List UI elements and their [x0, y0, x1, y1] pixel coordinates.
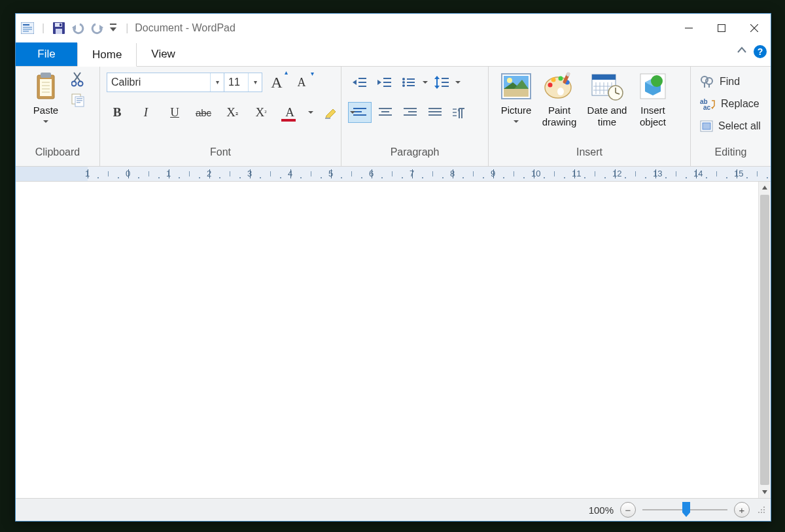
tab-file[interactable]: File — [16, 42, 77, 66]
paragraph-dialog-button[interactable] — [449, 103, 471, 122]
svg-marker-33 — [326, 109, 336, 118]
collapse-ribbon-icon[interactable] — [737, 45, 747, 58]
group-paragraph: Paragraph — [341, 67, 489, 166]
app-icon — [21, 22, 34, 34]
group-insert: Picture Paint drawing Date and time — [489, 67, 691, 166]
dropdown-icon[interactable] — [455, 81, 461, 86]
tab-home[interactable]: Home — [77, 43, 137, 67]
font-size-combo[interactable]: 11 ▾ — [224, 73, 262, 92]
svg-marker-113 — [682, 512, 690, 517]
find-button[interactable]: Find — [697, 71, 742, 93]
svg-point-27 — [78, 82, 83, 86]
document-area — [16, 182, 771, 498]
svg-point-79 — [551, 78, 556, 82]
scroll-up-icon[interactable] — [759, 182, 771, 193]
svg-rect-18 — [41, 73, 51, 78]
svg-rect-19 — [40, 79, 52, 96]
underline-button[interactable]: U — [164, 103, 185, 122]
svg-point-45 — [402, 84, 405, 87]
date-time-button[interactable]: Date and time — [582, 69, 633, 128]
bullet-list-button[interactable] — [398, 73, 420, 92]
cut-icon[interactable] — [69, 71, 86, 88]
align-center-button[interactable] — [374, 103, 396, 122]
insert-object-button[interactable]: Insert object — [633, 69, 673, 128]
svg-rect-14 — [718, 25, 725, 32]
tab-view[interactable]: View — [137, 42, 190, 66]
group-label: Font — [107, 146, 334, 166]
save-icon[interactable] — [52, 22, 65, 35]
scrollbar-thumb[interactable] — [760, 195, 769, 485]
dropdown-icon[interactable] — [423, 81, 428, 86]
vertical-scrollbar[interactable] — [758, 182, 771, 498]
svg-rect-75 — [504, 89, 529, 97]
replace-button[interactable]: abac Replace — [697, 93, 762, 115]
align-justify-button[interactable] — [424, 103, 446, 122]
document-page[interactable] — [16, 182, 758, 498]
font-color-button[interactable]: A — [279, 103, 300, 122]
font-name-value: Calibri — [107, 76, 210, 88]
grow-font-button[interactable]: A▴ — [266, 73, 287, 92]
zoom-in-button[interactable]: + — [734, 502, 750, 518]
italic-button[interactable]: I — [135, 103, 156, 122]
scroll-down-icon[interactable] — [759, 486, 771, 498]
minimize-button[interactable] — [672, 14, 705, 42]
svg-marker-51 — [434, 86, 440, 89]
svg-rect-1 — [23, 24, 29, 25]
maximize-button[interactable] — [705, 14, 738, 42]
find-label: Find — [720, 76, 740, 88]
svg-marker-12 — [110, 27, 116, 31]
zoom-slider-thumb[interactable] — [682, 502, 691, 520]
group-label: Clipboard — [22, 146, 93, 166]
increase-indent-button[interactable] — [373, 73, 395, 92]
shrink-font-button[interactable]: A▾ — [291, 73, 312, 92]
svg-point-116 — [763, 509, 765, 510]
svg-point-80 — [559, 76, 563, 81]
dropdown-icon[interactable] — [308, 111, 313, 116]
paint-label: Paint drawing — [537, 105, 582, 128]
svg-marker-38 — [353, 80, 357, 85]
redo-icon[interactable] — [90, 22, 105, 35]
svg-point-99 — [651, 75, 663, 87]
font-size-value: 11 — [224, 76, 248, 88]
paste-label: Paste — [33, 105, 58, 116]
decrease-indent-button[interactable] — [348, 73, 370, 92]
copy-icon[interactable] — [69, 91, 86, 108]
zoom-slider[interactable] — [642, 508, 727, 512]
align-right-button[interactable] — [399, 103, 421, 122]
paste-button[interactable]: Paste — [22, 69, 69, 124]
help-icon[interactable]: ? — [754, 45, 767, 58]
svg-text:ac: ac — [703, 104, 711, 110]
superscript-button[interactable]: X² — [251, 103, 271, 122]
dropdown-icon — [43, 120, 48, 125]
line-spacing-button[interactable] — [430, 73, 453, 92]
highlight-button[interactable] — [321, 103, 342, 122]
svg-point-44 — [402, 81, 405, 84]
undo-icon[interactable] — [71, 22, 85, 35]
picture-button[interactable]: Picture — [495, 69, 537, 124]
bold-button[interactable]: B — [107, 103, 128, 122]
quick-access-toolbar: | | — [16, 22, 135, 35]
ruler[interactable]: 1012345678910111213141516 — [16, 167, 771, 182]
zoom-out-button[interactable]: − — [620, 502, 636, 518]
svg-rect-30 — [77, 98, 82, 99]
strikethrough-button[interactable]: abc — [193, 103, 214, 122]
subscript-button[interactable]: X₂ — [222, 103, 243, 122]
resize-grip-icon[interactable] — [756, 505, 765, 516]
select-all-button[interactable]: Select all — [697, 115, 763, 137]
status-bar: 100% − + — [16, 498, 771, 521]
dropdown-icon[interactable]: ▾ — [210, 73, 224, 91]
dropdown-icon[interactable] — [350, 111, 355, 116]
svg-point-115 — [761, 509, 762, 510]
paint-drawing-button[interactable]: Paint drawing — [537, 69, 582, 128]
group-editing: Find abac Replace Select all Editing — [691, 67, 771, 166]
svg-point-77 — [557, 88, 564, 95]
close-button[interactable] — [738, 14, 771, 42]
svg-marker-42 — [377, 80, 381, 85]
svg-point-43 — [402, 78, 405, 80]
font-name-combo[interactable]: Calibri ▾ — [107, 73, 224, 92]
group-label: Insert — [495, 146, 684, 166]
dropdown-icon[interactable]: ▾ — [248, 73, 262, 91]
svg-point-119 — [763, 512, 765, 513]
svg-rect-32 — [77, 102, 80, 103]
qat-customize-icon[interactable] — [110, 24, 116, 33]
